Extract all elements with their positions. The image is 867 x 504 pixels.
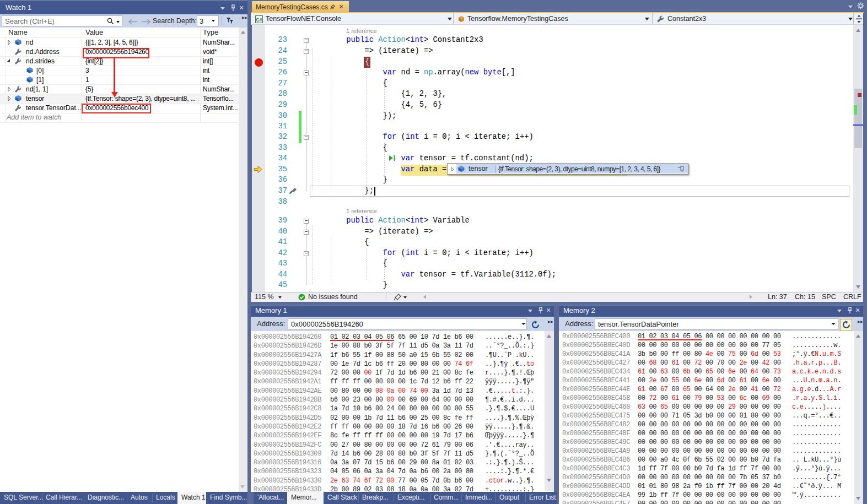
svg-text:C#: C#: [256, 17, 262, 22]
